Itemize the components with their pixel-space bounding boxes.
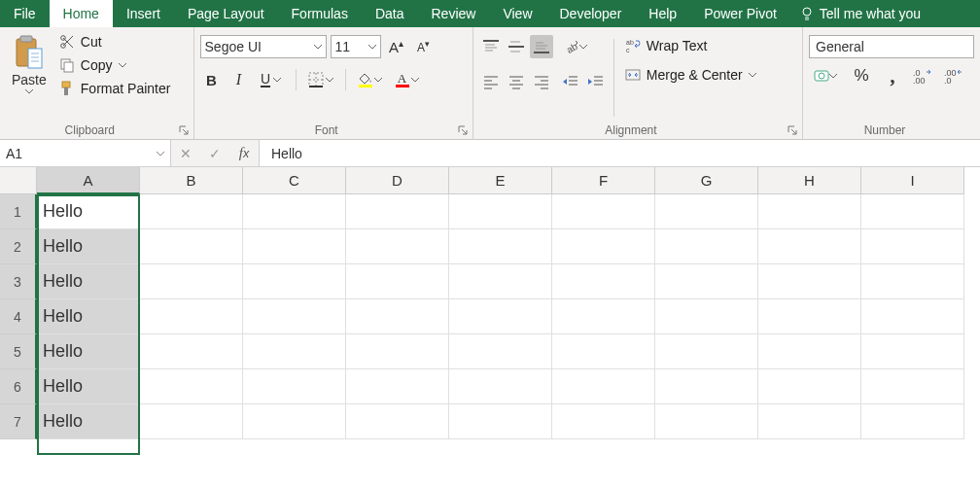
tab-file[interactable]: File — [0, 0, 50, 27]
cell-I4[interactable] — [861, 299, 964, 334]
cell-G5[interactable] — [655, 334, 758, 369]
enter-formula-button[interactable]: ✓ — [200, 140, 229, 166]
tab-developer[interactable]: Developer — [546, 0, 636, 27]
tell-me-search[interactable]: Tell me what you — [790, 0, 930, 27]
tab-data[interactable]: Data — [362, 0, 418, 27]
cell-F3[interactable] — [552, 264, 655, 299]
tab-help[interactable]: Help — [635, 0, 690, 27]
increase-indent-button[interactable] — [584, 70, 608, 93]
cell-F7[interactable] — [552, 404, 655, 439]
cell-A4[interactable]: Hello — [37, 299, 140, 334]
row-header-1[interactable]: 1 — [0, 194, 37, 229]
cell-C1[interactable] — [243, 194, 346, 229]
copy-button[interactable]: Copy — [54, 54, 176, 76]
cell-D4[interactable] — [346, 299, 449, 334]
tab-insert[interactable]: Insert — [113, 0, 174, 27]
cell-C6[interactable] — [243, 369, 346, 404]
cell-B7[interactable] — [140, 404, 243, 439]
cell-B5[interactable] — [140, 334, 243, 369]
format-painter-button[interactable]: Format Painter — [54, 78, 176, 99]
tab-view[interactable]: View — [489, 0, 545, 27]
borders-button[interactable] — [304, 68, 337, 91]
tab-power-pivot[interactable]: Power Pivot — [690, 0, 790, 27]
cell-E5[interactable] — [449, 334, 552, 369]
cell-E1[interactable] — [449, 194, 552, 229]
align-middle-button[interactable] — [505, 35, 528, 58]
orientation-button[interactable]: ab — [559, 35, 592, 58]
cell-I7[interactable] — [861, 404, 964, 439]
cell-C5[interactable] — [243, 334, 346, 369]
align-left-button[interactable] — [479, 70, 503, 93]
merge-center-button[interactable]: Merge & Center — [620, 64, 761, 86]
cell-F5[interactable] — [552, 334, 655, 369]
decrease-font-button[interactable]: A▾ — [412, 35, 436, 58]
row-header-7[interactable]: 7 — [0, 404, 37, 439]
cell-B2[interactable] — [140, 229, 243, 264]
cell-I3[interactable] — [861, 264, 964, 299]
cell-H4[interactable] — [758, 299, 861, 334]
cell-D3[interactable] — [346, 264, 449, 299]
align-center-button[interactable] — [505, 70, 528, 93]
font-name-select[interactable]: Segoe UI — [200, 35, 327, 58]
column-header-D[interactable]: D — [346, 167, 449, 194]
cell-G4[interactable] — [655, 299, 758, 334]
cell-H1[interactable] — [758, 194, 861, 229]
cell-B6[interactable] — [140, 369, 243, 404]
comma-button[interactable]: , — [881, 64, 904, 87]
column-header-A[interactable]: A — [37, 167, 140, 194]
increase-decimal-button[interactable]: .0.00 — [912, 64, 935, 87]
cell-E6[interactable] — [449, 369, 552, 404]
increase-font-button[interactable]: A▴ — [385, 35, 408, 58]
cell-C4[interactable] — [243, 299, 346, 334]
cell-E3[interactable] — [449, 264, 552, 299]
cell-D1[interactable] — [346, 194, 449, 229]
cell-H5[interactable] — [758, 334, 861, 369]
cell-H3[interactable] — [758, 264, 861, 299]
tab-review[interactable]: Review — [418, 0, 490, 27]
dialog-launcher-font[interactable] — [457, 123, 469, 135]
column-header-I[interactable]: I — [861, 167, 964, 194]
cell-C7[interactable] — [243, 404, 346, 439]
cell-A7[interactable]: Hello — [37, 404, 140, 439]
cell-C2[interactable] — [243, 229, 346, 264]
cell-E2[interactable] — [449, 229, 552, 264]
fill-color-button[interactable] — [354, 68, 387, 91]
cell-D2[interactable] — [346, 229, 449, 264]
tab-page-layout[interactable]: Page Layout — [174, 0, 278, 27]
align-top-button[interactable] — [479, 35, 503, 58]
cell-G2[interactable] — [655, 229, 758, 264]
tab-formulas[interactable]: Formulas — [278, 0, 362, 27]
cell-F6[interactable] — [552, 369, 655, 404]
decrease-decimal-button[interactable]: .00.0 — [943, 64, 966, 87]
cell-F1[interactable] — [552, 194, 655, 229]
select-all-corner[interactable] — [0, 167, 37, 194]
cell-F4[interactable] — [552, 299, 655, 334]
row-header-2[interactable]: 2 — [0, 229, 37, 264]
align-right-button[interactable] — [530, 70, 553, 93]
cell-H2[interactable] — [758, 229, 861, 264]
decrease-indent-button[interactable] — [559, 70, 582, 93]
accounting-format-button[interactable] — [809, 64, 842, 87]
align-bottom-button[interactable] — [530, 35, 553, 58]
name-box[interactable]: A1 — [0, 140, 171, 166]
cell-B4[interactable] — [140, 299, 243, 334]
cell-B3[interactable] — [140, 264, 243, 299]
font-size-select[interactable]: 11 — [331, 35, 381, 58]
cell-H6[interactable] — [758, 369, 861, 404]
cell-I1[interactable] — [861, 194, 964, 229]
cut-button[interactable]: Cut — [54, 31, 176, 52]
cell-G7[interactable] — [655, 404, 758, 439]
formula-input[interactable]: Hello — [260, 140, 980, 166]
cell-I5[interactable] — [861, 334, 964, 369]
number-format-select[interactable]: General — [809, 35, 974, 58]
font-color-button[interactable]: A — [391, 68, 424, 91]
cell-G1[interactable] — [655, 194, 758, 229]
underline-button[interactable]: U — [255, 68, 288, 91]
paste-button[interactable]: Paste — [6, 31, 52, 99]
cancel-formula-button[interactable]: ✕ — [171, 140, 200, 166]
row-header-4[interactable]: 4 — [0, 299, 37, 334]
cell-G3[interactable] — [655, 264, 758, 299]
cell-G6[interactable] — [655, 369, 758, 404]
insert-function-button[interactable]: fx — [229, 140, 259, 166]
percent-button[interactable]: % — [850, 64, 873, 87]
